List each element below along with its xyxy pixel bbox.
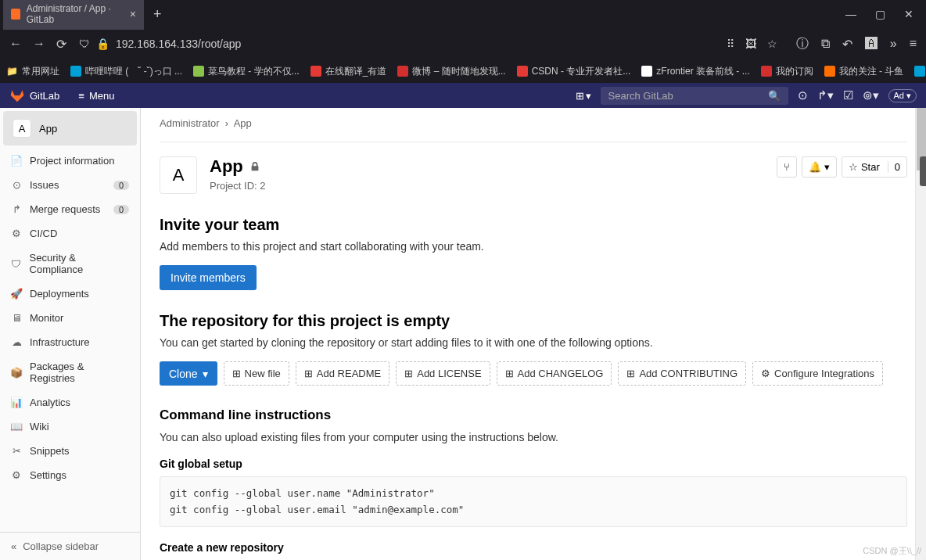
extensions-icon[interactable]: ⧉ <box>821 37 830 51</box>
bookmark-item[interactable]: 我的订阅 <box>761 65 813 78</box>
translate2-icon[interactable]: 🅰 <box>865 37 878 51</box>
star-button[interactable]: ☆ Star 0 <box>842 156 907 178</box>
sidebar-project-name: App <box>39 123 57 135</box>
add-contributing-button[interactable]: ⊞Add CONTRIBUTING <box>618 361 746 386</box>
breadcrumb-admin[interactable]: Administrator <box>160 117 220 129</box>
create-repo-heading: Create a new repository <box>160 541 907 554</box>
undo-icon[interactable]: ↶ <box>842 37 852 52</box>
collapse-sidebar-button[interactable]: « Collapse sidebar <box>0 532 140 560</box>
bookmark-item[interactable]: 微博 – 随时随地发现... <box>397 65 505 78</box>
bookmark-item[interactable]: CSDN - 专业开发者社... <box>517 65 631 78</box>
git-setup-heading: Git global setup <box>160 458 907 470</box>
sidebar-item-analytics[interactable]: 📊Analytics <box>0 390 140 415</box>
gitlab-favicon-icon <box>11 9 20 20</box>
close-tab-icon[interactable]: × <box>130 8 136 20</box>
gitlab-logo[interactable]: GitLab <box>9 88 59 103</box>
notification-button[interactable]: 🔔 ▾ <box>802 156 837 178</box>
reload-icon[interactable]: ⟳ <box>56 37 66 52</box>
gitlab-header: GitLab ≡ Menu ⊞ ▾ Search GitLab 🔍 ⊙ ↱▾ ☑… <box>0 83 926 108</box>
overflow-icon[interactable]: » <box>890 37 897 51</box>
right-drawer-tab[interactable] <box>920 156 926 186</box>
sidebar-item-label: CI/CD <box>30 228 57 239</box>
new-file-button[interactable]: ⊞New file <box>224 361 289 386</box>
bookmark-item[interactable]: 📁常用网址 <box>6 65 59 78</box>
sidebar-item-issues[interactable]: ⊙Issues0 <box>0 173 140 197</box>
sidebar-item-infrastructure[interactable]: ☁Infrastructure <box>0 330 140 354</box>
sidebar-item-ci-cd[interactable]: ⚙CI/CD <box>0 221 140 246</box>
sidebar-item-icon: 📊 <box>11 397 22 408</box>
translate-icon[interactable]: 🖾 <box>745 38 756 50</box>
sidebar-item-monitor[interactable]: 🖥Monitor <box>0 306 140 330</box>
configure-integrations-button[interactable]: ⚙Configure Integrations <box>752 361 883 386</box>
sidebar-item-snippets[interactable]: ✂Snippets <box>0 439 140 463</box>
plus-icon: ⊞ <box>576 90 584 102</box>
help-icon[interactable]: ⊚▾ <box>863 88 879 102</box>
sidebar-item-icon: ☁ <box>11 337 22 348</box>
bookmark-item[interactable]: 菜鸟教程 - 学的不仅... <box>193 65 300 78</box>
new-tab-button[interactable]: + <box>153 6 162 23</box>
sidebar-item-icon: 📄 <box>11 156 22 167</box>
close-window-icon[interactable]: ✕ <box>904 8 913 20</box>
clone-button[interactable]: Clone ▾ <box>160 361 217 386</box>
sidebar-item-label: Security & Compliance <box>30 252 129 275</box>
browser-tab[interactable]: Administrator / App · GitLab × <box>3 0 144 30</box>
bookmark-item[interactable]: 在线翻译_有道 <box>310 65 387 78</box>
sidebar-item-deployments[interactable]: 🚀Deployments <box>0 282 140 306</box>
url-text: 192.168.164.133/root/app <box>116 38 241 50</box>
fork-icon: ⑂ <box>784 161 790 173</box>
sidebar-item-icon: ⊙ <box>11 180 22 191</box>
add-license-button[interactable]: ⊞Add LICENSE <box>396 361 490 386</box>
hamburger-icon[interactable]: ≡ <box>910 37 917 51</box>
git-setup-code[interactable]: git config --global user.name "Administr… <box>160 476 907 527</box>
insecure-lock-icon[interactable]: 🔒 <box>96 38 109 50</box>
issues-icon[interactable]: ⊙ <box>798 88 808 102</box>
bookmark-favicon-icon <box>70 66 81 77</box>
plus-icon: ⊞ <box>505 368 514 379</box>
invite-members-button[interactable]: Invite members <box>160 265 257 290</box>
info-icon[interactable]: ⓘ <box>796 36 809 52</box>
menu-button[interactable]: ≡ Menu <box>78 90 114 102</box>
sidebar-item-project-information[interactable]: 📄Project information <box>0 149 140 173</box>
sidebar-item-label: Issues <box>30 179 59 191</box>
sidebar-item-settings[interactable]: ⚙Settings <box>0 463 140 487</box>
admin-avatar[interactable]: Ad▾ <box>888 89 917 102</box>
lock-icon <box>249 161 260 172</box>
project-title: App <box>210 156 266 177</box>
bookmark-item[interactable]: zFrontier 装备前线 - ... <box>641 65 749 78</box>
sidebar-item-merge-requests[interactable]: ↱Merge requests0 <box>0 197 140 221</box>
maximize-icon[interactable]: ▢ <box>875 8 885 20</box>
browser-tab-bar: Administrator / App · GitLab × + — ▢ ✕ <box>0 0 926 28</box>
bookmark-item[interactable]: 【Linux三剑客】下架... <box>914 65 926 78</box>
star-icon: ☆ <box>849 161 858 173</box>
breadcrumb-project[interactable]: App <box>234 117 252 129</box>
bookmark-star-icon[interactable]: ☆ <box>767 38 777 50</box>
fork-button[interactable]: ⑂ <box>777 156 797 178</box>
sidebar-item-packages-registries[interactable]: 📦Packages & Registries <box>0 354 140 390</box>
back-icon[interactable]: ← <box>9 37 22 51</box>
plus-icon: ⊞ <box>232 368 241 379</box>
qr-icon[interactable]: ⠿ <box>727 38 734 50</box>
sidebar-item-label: Analytics <box>30 397 70 408</box>
plus-dropdown[interactable]: ⊞ ▾ <box>576 90 591 102</box>
forward-icon[interactable]: → <box>33 37 45 51</box>
empty-repo-heading: The repository for this project is empty <box>160 312 907 330</box>
hamburger-menu-icon: ≡ <box>78 90 84 102</box>
todos-icon[interactable]: ☑ <box>843 88 853 102</box>
bookmark-item[interactable]: 我的关注 - 斗鱼 <box>824 65 904 78</box>
sidebar-item-wiki[interactable]: 📖Wiki <box>0 415 140 439</box>
add-readme-button[interactable]: ⊞Add README <box>296 361 389 386</box>
gitlab-logo-icon <box>9 88 25 103</box>
minimize-icon[interactable]: — <box>845 8 856 20</box>
sidebar-item-security-compliance[interactable]: 🛡Security & Compliance <box>0 246 140 282</box>
count-badge: 0 <box>113 205 129 214</box>
chevron-down-icon: ▾ <box>586 90 591 102</box>
search-input[interactable]: Search GitLab 🔍 <box>601 87 788 105</box>
sidebar-project-header[interactable]: A App <box>3 111 137 145</box>
chevron-down-icon: ▾ <box>824 161 830 173</box>
bookmark-item[interactable]: 哔哩哔哩 ( ˘ -˘)っ口 ... <box>70 65 182 78</box>
merge-requests-icon[interactable]: ↱▾ <box>817 88 834 102</box>
shield-icon[interactable]: 🛡 <box>79 38 90 50</box>
sidebar-item-icon: 🚀 <box>11 289 22 300</box>
url-box[interactable]: 🛡 🔒 192.168.164.133/root/app ⠿ 🖾 ☆ <box>76 38 787 50</box>
add-changelog-button[interactable]: ⊞Add CHANGELOG <box>497 361 612 386</box>
